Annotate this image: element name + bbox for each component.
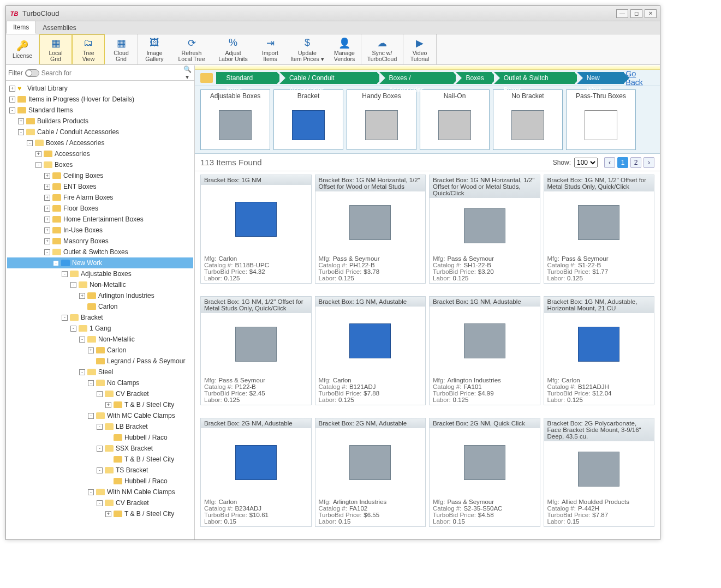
tree-node[interactable]: +ENT Boxes — [7, 181, 193, 192]
maximize-button[interactable]: ◻ — [630, 9, 642, 18]
expand-icon[interactable]: - — [62, 315, 68, 321]
expand-icon[interactable]: - — [88, 413, 94, 419]
tree-node[interactable]: -Non-Metallic — [7, 279, 193, 290]
category-tile[interactable]: Bracket — [273, 89, 343, 150]
page-button-1[interactable]: 1 — [617, 157, 628, 168]
tree-node[interactable]: -TS Bracket — [7, 465, 193, 476]
expand-icon[interactable]: - — [88, 380, 94, 386]
breadcrumb-item[interactable]: Cable / Conduit Accessories — [279, 72, 377, 84]
refresh-tree-button[interactable]: ⟳RefreshLocal Tree — [171, 34, 212, 64]
show-select[interactable]: 100 — [574, 158, 598, 167]
expand-icon[interactable]: + — [44, 206, 50, 212]
expand-icon[interactable]: - — [44, 249, 50, 255]
tree-node[interactable]: -Boxes / Accessories — [7, 137, 193, 148]
tree-node[interactable]: +Arlington Industries — [7, 290, 193, 301]
go-back-link[interactable]: Go Back — [626, 69, 654, 87]
tree-node[interactable]: -Steel — [7, 367, 193, 377]
expand-icon[interactable]: + — [44, 227, 50, 233]
expand-icon[interactable]: + — [44, 217, 50, 223]
tab-items[interactable]: Items — [6, 21, 36, 34]
expand-icon[interactable]: + — [44, 184, 50, 190]
tree-node[interactable]: -Standard Items — [7, 105, 193, 116]
tree-node[interactable]: +Carlon — [7, 345, 193, 356]
tree-node[interactable]: -Non-Metallic — [7, 334, 193, 345]
video-tutorial-button[interactable]: ▶VideoTutorial — [403, 34, 436, 64]
expand-icon[interactable] — [105, 435, 111, 441]
expand-icon[interactable]: + — [88, 347, 94, 353]
category-tile[interactable]: Handy Boxes — [347, 89, 416, 150]
adjust-labor-button[interactable]: %AdjustLabor Units — [212, 34, 254, 64]
expand-icon[interactable]: - — [18, 129, 24, 135]
product-card[interactable]: Bracket Box: 2G NM, Quick ClickMfg: Pass… — [429, 418, 540, 527]
product-card[interactable]: Bracket Box: 2G Polycarbonate, Face Brac… — [544, 418, 655, 527]
tree-view-button[interactable]: 🗂TreeView — [72, 34, 105, 64]
tree-node[interactable]: -Bracket — [7, 312, 193, 323]
minimize-button[interactable]: — — [616, 9, 628, 18]
tree-node[interactable]: -1 Gang — [7, 323, 193, 334]
tree-node[interactable]: -With NM Cable Clamps — [7, 487, 193, 497]
expand-icon[interactable]: - — [53, 260, 59, 266]
tree-node[interactable]: -Adjustable Boxes — [7, 268, 193, 279]
expand-icon[interactable]: - — [62, 271, 68, 277]
product-grid[interactable]: Bracket Box: 1G NMMfg: CarlonCatalog #: … — [195, 171, 660, 539]
tree-node[interactable]: +Floor Boxes — [7, 203, 193, 214]
expand-icon[interactable]: - — [9, 107, 15, 113]
tree-node[interactable]: +In-Use Boxes — [7, 225, 193, 236]
expand-icon[interactable]: - — [88, 489, 94, 495]
expand-icon[interactable] — [88, 358, 94, 364]
breadcrumb-item[interactable]: Boxes — [456, 72, 491, 84]
tree-node[interactable]: Hubbell / Raco — [7, 476, 193, 487]
tree-node[interactable]: -CV Bracket — [7, 388, 193, 399]
tree-node[interactable]: +Ceiling Boxes — [7, 170, 193, 181]
expand-icon[interactable]: - — [79, 337, 85, 343]
tree-node[interactable]: +♥Virtual Library — [7, 83, 193, 94]
local-grid-button[interactable]: ▦LocalGrid — [39, 34, 72, 64]
expand-icon[interactable]: + — [44, 173, 50, 179]
category-tile[interactable]: Adjustable Boxes — [200, 89, 270, 150]
product-card[interactable]: Bracket Box: 1G NM, AdustableMfg: Arling… — [429, 296, 540, 405]
expand-icon[interactable]: - — [27, 140, 33, 146]
expand-icon[interactable]: - — [97, 391, 103, 397]
tree-node[interactable]: Carlon — [7, 301, 193, 312]
category-tile[interactable]: No Bracket — [493, 89, 563, 150]
tree-node[interactable]: +Fire Alarm Boxes — [7, 192, 193, 203]
expand-icon[interactable] — [105, 457, 111, 463]
page-next-button[interactable]: › — [643, 157, 654, 168]
tree-node[interactable]: -New Work — [7, 257, 193, 268]
tab-assemblies[interactable]: Assemblies — [36, 22, 82, 34]
search-input[interactable] — [41, 68, 180, 79]
breadcrumb-item[interactable]: Outlet & Switch Boxes — [494, 72, 575, 84]
product-card[interactable]: Bracket Box: 1G NM, AdustableMfg: Carlon… — [315, 296, 426, 405]
page-prev-button[interactable]: ‹ — [604, 157, 615, 168]
search-icon[interactable]: 🔍▾ — [182, 65, 192, 81]
product-card[interactable]: Bracket Box: 1G NM, 1/2" Offset for Meta… — [544, 175, 655, 284]
product-card[interactable]: Bracket Box: 2G NM, AdustableMfg: Carlon… — [200, 418, 312, 527]
tree-node[interactable]: +Masonry Boxes — [7, 236, 193, 247]
expand-icon[interactable]: + — [44, 195, 50, 201]
product-card[interactable]: Bracket Box: 1G NM Horizantal, 1/2" Offs… — [429, 175, 540, 284]
tree-view-panel[interactable]: +♥Virtual Library+Items in Progress (Hov… — [6, 81, 194, 539]
product-card[interactable]: Bracket Box: 1G NM, 1/2" Offset for Meta… — [200, 296, 312, 405]
tree-node[interactable]: +Home Entertainment Boxes — [7, 214, 193, 225]
breadcrumb-item[interactable]: New Work — [577, 72, 624, 84]
expand-icon[interactable]: + — [79, 293, 85, 299]
image-gallery-button[interactable]: 🖼ImageGallery — [138, 34, 171, 64]
tree-node[interactable]: Legrand / Pass & Seymour — [7, 356, 193, 367]
breadcrumb-item[interactable]: Standard Items — [216, 72, 277, 84]
page-button-2[interactable]: 2 — [630, 157, 641, 168]
product-card[interactable]: Bracket Box: 1G NM Horizantal, 1/2" Offs… — [315, 175, 426, 284]
expand-icon[interactable]: + — [44, 238, 50, 244]
tree-node[interactable]: -With MC Cable Clamps — [7, 410, 193, 421]
category-tile[interactable]: Nail-On — [420, 89, 490, 150]
tree-node[interactable]: -LB Bracket — [7, 421, 193, 432]
tree-node[interactable]: -No Clamps — [7, 377, 193, 388]
tree-node[interactable]: +T & B / Steel City — [7, 508, 193, 519]
expand-icon[interactable]: - — [97, 424, 103, 430]
tree-node[interactable]: T & B / Steel City — [7, 454, 193, 465]
filter-toggle[interactable] — [25, 69, 39, 77]
product-card[interactable]: Bracket Box: 2G NM, AdustableMfg: Arling… — [315, 418, 426, 527]
sync-cloud-button[interactable]: ☁Sync w/TurboCloud — [361, 34, 403, 64]
product-card[interactable]: Bracket Box: 1G NMMfg: CarlonCatalog #: … — [200, 175, 312, 284]
tree-node[interactable]: -Boxes — [7, 159, 193, 170]
expand-icon[interactable]: + — [18, 118, 24, 124]
